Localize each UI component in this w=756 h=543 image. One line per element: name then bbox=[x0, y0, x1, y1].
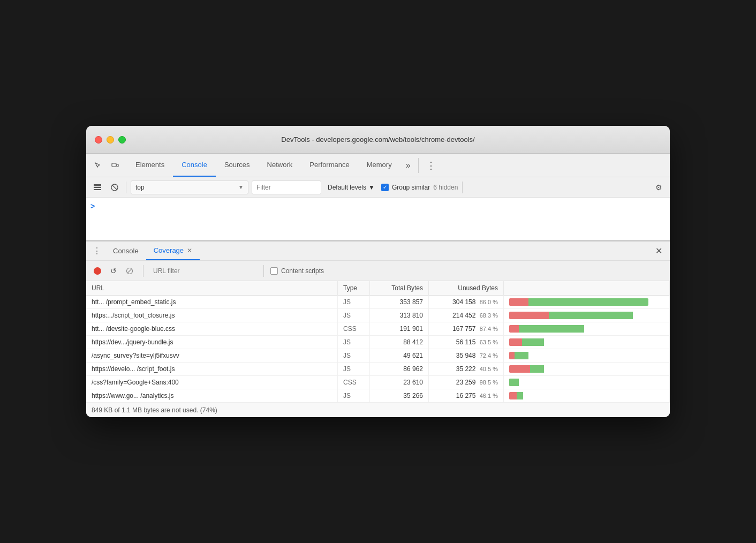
nav-icon-group bbox=[90, 158, 123, 173]
used-bar bbox=[509, 392, 517, 399]
nav-menu-button[interactable]: ⋮ bbox=[421, 160, 441, 171]
used-bar bbox=[509, 325, 519, 333]
usage-bar bbox=[509, 352, 648, 359]
usage-bar bbox=[509, 298, 648, 306]
table-row[interactable]: htt... /devsite-google-blue.cssCSS191 90… bbox=[86, 322, 670, 336]
cell-url: https:.../script_foot_closure.js bbox=[86, 309, 338, 322]
unused-percent: 86.0 % bbox=[480, 299, 498, 305]
usage-bar bbox=[509, 338, 648, 346]
record-button[interactable] bbox=[90, 264, 104, 278]
default-levels-button[interactable]: Default levels ▼ bbox=[324, 183, 378, 192]
select-element-icon[interactable] bbox=[90, 158, 105, 173]
cell-url: https://develo... /script_foot.js bbox=[86, 363, 338, 376]
unused-percent: 46.1 % bbox=[480, 393, 498, 399]
panel-tab-console[interactable]: Console bbox=[105, 242, 146, 260]
context-value: top bbox=[135, 184, 145, 191]
used-bar bbox=[509, 352, 515, 359]
cell-bar bbox=[504, 322, 670, 336]
panel-dots-icon[interactable]: ⋮ bbox=[90, 244, 103, 258]
unused-bar bbox=[509, 379, 519, 386]
clear-console-icon[interactable] bbox=[108, 180, 122, 194]
content-scripts-checkbox[interactable] bbox=[270, 267, 278, 275]
cell-unused-bytes: 56 115 63.5 % bbox=[429, 336, 504, 349]
cell-total-bytes: 88 412 bbox=[370, 336, 429, 349]
svg-rect-3 bbox=[94, 187, 101, 188]
content-scripts-label: Content scripts bbox=[281, 267, 324, 275]
cell-bar bbox=[504, 309, 670, 322]
tab-sources[interactable]: Sources bbox=[216, 154, 259, 177]
coverage-tab-close[interactable]: ✕ bbox=[187, 247, 192, 254]
cell-bar bbox=[504, 363, 670, 376]
group-similar-checkbox[interactable]: ✓ bbox=[381, 184, 389, 191]
toolbar-separator-1 bbox=[126, 182, 126, 193]
cell-url: /async_survey?site=ylj5ifxusvv bbox=[86, 349, 338, 363]
minimize-button[interactable] bbox=[107, 136, 114, 144]
context-selector[interactable]: top ▼ bbox=[131, 180, 248, 194]
bottom-panel: ⋮ Console Coverage ✕ ✕ ↺ bbox=[86, 240, 670, 417]
cell-total-bytes: 49 621 bbox=[370, 349, 429, 363]
tab-performance[interactable]: Performance bbox=[301, 154, 358, 177]
col-header-unused: Unused Bytes bbox=[429, 281, 504, 296]
content-scripts-checkbox-group: Content scripts bbox=[270, 267, 324, 275]
table-row[interactable]: htt... /prompt_embed_static.jsJS353 8573… bbox=[86, 296, 670, 309]
table-row[interactable]: /css?family=Google+Sans:400CSS23 61023 2… bbox=[86, 376, 670, 389]
col-header-total: Total Bytes bbox=[370, 281, 429, 296]
unused-bar bbox=[528, 298, 648, 306]
tab-console[interactable]: Console bbox=[173, 154, 216, 177]
coverage-toolbar: ↺ Content scripts bbox=[86, 261, 670, 281]
table-row[interactable]: https://develo... /script_foot.jsJS86 96… bbox=[86, 363, 670, 376]
cell-total-bytes: 353 857 bbox=[370, 296, 429, 309]
unused-bytes-value: 214 452 bbox=[452, 312, 478, 319]
bottom-panel-header: ⋮ Console Coverage ✕ ✕ bbox=[86, 240, 670, 261]
url-filter-input[interactable] bbox=[150, 266, 257, 276]
used-bar bbox=[509, 298, 528, 306]
cell-total-bytes: 313 810 bbox=[370, 309, 429, 322]
table-row[interactable]: https://dev.../jquery-bundle.jsJS88 4125… bbox=[86, 336, 670, 349]
unused-percent: 98.5 % bbox=[480, 379, 498, 386]
coverage-table: URL Type Total Bytes Unused Bytes htt...… bbox=[86, 281, 670, 403]
cell-total-bytes: 191 901 bbox=[370, 322, 429, 336]
used-bar bbox=[509, 365, 530, 373]
refresh-icon[interactable]: ↺ bbox=[107, 264, 120, 278]
hidden-count-label: 6 hidden bbox=[433, 184, 458, 191]
panel-tab-coverage[interactable]: Coverage ✕ bbox=[146, 242, 200, 260]
svg-rect-0 bbox=[112, 163, 116, 167]
col-header-bar bbox=[504, 281, 670, 296]
console-prompt-arrow: > bbox=[90, 202, 95, 210]
tab-memory[interactable]: Memory bbox=[358, 154, 400, 177]
show-drawer-icon[interactable] bbox=[90, 180, 104, 194]
svg-rect-1 bbox=[117, 164, 118, 167]
coverage-tab-label: Coverage bbox=[154, 246, 184, 254]
device-toolbar-icon[interactable] bbox=[108, 158, 123, 173]
table-row[interactable]: /async_survey?site=ylj5ifxusvvJS49 62135… bbox=[86, 349, 670, 363]
svg-rect-4 bbox=[94, 189, 101, 190]
unused-percent: 63.5 % bbox=[480, 339, 498, 345]
usage-bar bbox=[509, 379, 648, 386]
cell-url: https://dev.../jquery-bundle.js bbox=[86, 336, 338, 349]
cell-url: https://www.go... /analytics.js bbox=[86, 389, 338, 403]
record-dot-icon bbox=[94, 267, 101, 275]
tab-elements[interactable]: Elements bbox=[127, 154, 173, 177]
table-row[interactable]: https:.../script_foot_closure.jsJS313 81… bbox=[86, 309, 670, 322]
coverage-separator-1 bbox=[143, 265, 143, 277]
table-row[interactable]: https://www.go... /analytics.jsJS35 2661… bbox=[86, 389, 670, 403]
titlebar: DevTools - developers.google.com/web/too… bbox=[86, 126, 670, 154]
cell-unused-bytes: 304 158 86.0 % bbox=[429, 296, 504, 309]
console-content[interactable]: > bbox=[86, 198, 670, 240]
unused-bytes-value: 35 222 bbox=[456, 365, 478, 373]
block-icon[interactable] bbox=[123, 264, 137, 278]
close-button[interactable] bbox=[95, 136, 102, 144]
cell-unused-bytes: 23 259 98.5 % bbox=[429, 376, 504, 389]
panel-close-button[interactable]: ✕ bbox=[652, 244, 666, 258]
tab-network[interactable]: Network bbox=[259, 154, 301, 177]
more-tabs-button[interactable]: » bbox=[400, 161, 416, 170]
cell-bar bbox=[504, 376, 670, 389]
settings-icon[interactable]: ⚙ bbox=[652, 180, 666, 194]
refresh-icon-symbol: ↺ bbox=[110, 267, 117, 275]
usage-bar bbox=[509, 325, 648, 333]
unused-percent: 72.4 % bbox=[480, 352, 498, 359]
context-caret: ▼ bbox=[238, 184, 244, 190]
filter-input[interactable] bbox=[252, 180, 321, 194]
maximize-button[interactable] bbox=[118, 136, 126, 144]
default-levels-caret: ▼ bbox=[368, 184, 375, 191]
